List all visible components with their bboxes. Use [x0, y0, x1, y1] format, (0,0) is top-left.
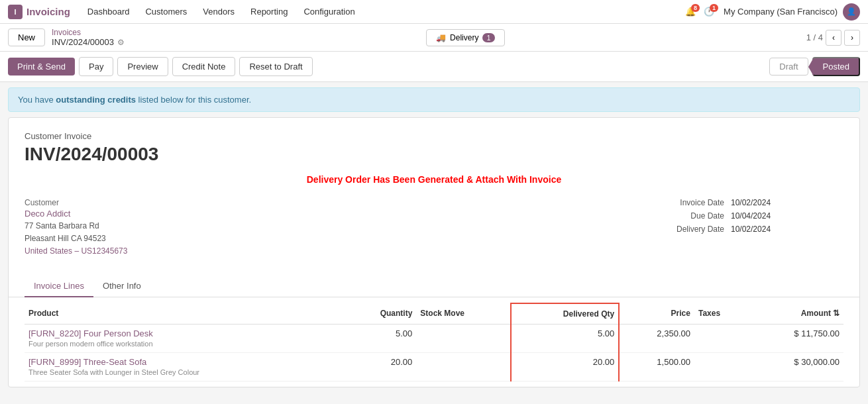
pagination: 1 / 4 ‹ ›	[806, 30, 860, 46]
invoice-date-label: Invoice Date	[658, 198, 724, 207]
invoice-type-label: Customer Invoice	[25, 131, 843, 141]
quantity-cell-2: 20.00	[345, 352, 416, 381]
price-cell-2: 1,500.00	[619, 352, 694, 381]
product-cell-1: [FURN_8220] Four Person Desk Four person…	[25, 324, 345, 352]
delivery-notice: Delivery Order Has Been Generated & Atta…	[25, 174, 843, 185]
notification-count: 8	[691, 4, 700, 12]
credit-note-button[interactable]: Credit Note	[172, 57, 236, 76]
customer-label: Customer	[25, 198, 631, 207]
status-posted-button[interactable]: Posted	[812, 57, 860, 76]
invoice-date-value: 10/02/2024	[731, 198, 771, 207]
delivered-qty-cell-1: 5.00	[511, 324, 619, 352]
price-cell-1: 2,350.00	[619, 324, 694, 352]
taxes-cell-1	[694, 324, 748, 352]
truck-icon: 🚚	[436, 33, 446, 42]
nav-item-customers[interactable]: Customers	[138, 4, 193, 19]
tabs: Invoice Lines Other Info	[9, 276, 859, 297]
brand-icon: I	[8, 5, 23, 19]
invoice-header: Customer Invoice INV/2024/00003 Delivery…	[9, 118, 859, 198]
nav-items: Dashboard Customers Vendors Reporting Co…	[81, 4, 685, 19]
customer-link[interactable]: Deco Addict	[25, 209, 70, 219]
invoice-number: INV/2024/00003	[25, 144, 843, 165]
stock-move-cell-1	[416, 324, 510, 352]
nav-item-configuration[interactable]: Configuration	[297, 4, 361, 19]
due-date-value: 10/04/2024	[731, 211, 771, 221]
table-header-row: Product Quantity Stock Move Delivered Qt…	[25, 303, 843, 325]
th-price: Price	[619, 303, 694, 325]
invoice-ref: INV/2024/00003	[52, 37, 114, 47]
pagination-text: 1 / 4	[806, 32, 823, 42]
product-desc-1: Four person modern office workstation	[28, 340, 153, 348]
pay-button[interactable]: Pay	[79, 57, 113, 76]
th-delivered-qty: Delivered Qty	[511, 303, 619, 325]
nav-item-vendors[interactable]: Vendors	[196, 4, 241, 19]
taxes-cell-2	[694, 352, 748, 381]
quantity-cell-1: 5.00	[345, 324, 416, 352]
nav-item-reporting[interactable]: Reporting	[244, 4, 294, 19]
preview-button[interactable]: Preview	[117, 57, 168, 76]
th-amount: Amount ⇅	[748, 303, 843, 325]
due-date-label: Due Date	[658, 211, 724, 221]
status-area: Draft Posted	[769, 57, 860, 76]
delivered-qty-cell-2: 20.00	[511, 352, 619, 381]
alert-banner: You have outstanding credits listed belo…	[8, 87, 860, 112]
th-stock-move: Stock Move	[416, 303, 510, 325]
action-bar: Print & Send Pay Preview Credit Note Res…	[0, 52, 868, 82]
company-label: My Company (San Francisco)	[724, 7, 838, 17]
delivery-button[interactable]: 🚚 Delivery 1	[426, 29, 504, 46]
delivery-label: Delivery	[450, 33, 478, 42]
sort-icon[interactable]: ⇅	[833, 309, 840, 318]
nav-item-dashboard[interactable]: Dashboard	[81, 4, 136, 19]
customer-address: 77 Santa Barbara Rd Pleasant Hill CA 945…	[25, 220, 631, 258]
table-row: [FURN_8220] Four Person Desk Four person…	[25, 324, 843, 352]
delivery-count: 1	[482, 33, 494, 42]
amount-cell-2: $ 30,000.00	[748, 352, 843, 381]
invoice-table: Product Quantity Stock Move Delivered Qt…	[25, 303, 843, 381]
navbar: I Invoicing Dashboard Customers Vendors …	[0, 0, 868, 24]
country-link[interactable]: United States – US12345673	[25, 246, 127, 256]
main-content: Customer Invoice INV/2024/00003 Delivery…	[8, 117, 860, 387]
table-container: Product Quantity Stock Move Delivered Qt…	[9, 303, 859, 381]
th-taxes: Taxes	[694, 303, 748, 325]
avatar[interactable]: 👤	[843, 3, 860, 21]
amount-cell-1: $ 11,750.00	[748, 324, 843, 352]
due-date-row: Due Date 10/04/2024	[658, 211, 843, 221]
delivery-date-value: 10/02/2024	[731, 225, 771, 234]
navbar-right: 🔔 8 🕐 1 My Company (San Francisco) 👤	[685, 3, 860, 21]
product-link-1[interactable]: [FURN_8220] Four Person Desk	[28, 328, 341, 338]
pagination-next[interactable]: ›	[844, 30, 860, 46]
address-line1: 77 Santa Barbara Rd	[25, 220, 631, 232]
reset-to-draft-button[interactable]: Reset to Draft	[239, 57, 312, 76]
product-link-2[interactable]: [FURN_8999] Three-Seat Sofa	[28, 357, 341, 367]
breadcrumb-parent-link[interactable]: Invoices	[52, 28, 125, 37]
delivery-date-label: Delivery Date	[658, 225, 724, 234]
product-desc-2: Three Seater Sofa with Lounger in Steel …	[28, 368, 199, 376]
alert-text-end: listed below for this customer.	[136, 95, 251, 105]
th-product: Product	[25, 303, 345, 325]
breadcrumb-current: INV/2024/00003 ⚙	[52, 37, 125, 47]
activities-button[interactable]: 🕐 1	[704, 7, 714, 17]
address-line3: United States – US12345673	[25, 245, 631, 258]
tab-other-info[interactable]: Other Info	[93, 276, 150, 297]
brand-label: Invoicing	[27, 6, 70, 17]
invoice-details: Customer Deco Addict 77 Santa Barbara Rd…	[9, 198, 859, 269]
delivery-date-row: Delivery Date 10/02/2024	[658, 225, 843, 234]
dates-section: Invoice Date 10/02/2024 Due Date 10/04/2…	[658, 198, 843, 258]
product-cell-2: [FURN_8999] Three-Seat Sofa Three Seater…	[25, 352, 345, 381]
alert-text-bold: outstanding credits	[56, 95, 136, 105]
brand[interactable]: I Invoicing	[8, 5, 70, 19]
th-quantity: Quantity	[345, 303, 416, 325]
pagination-prev[interactable]: ‹	[826, 30, 841, 46]
subheader-center: 🚚 Delivery 1	[131, 29, 800, 46]
new-button[interactable]: New	[8, 28, 45, 46]
activity-count: 1	[710, 4, 718, 12]
invoice-date-row: Invoice Date 10/02/2024	[658, 198, 843, 207]
breadcrumb: Invoices INV/2024/00003 ⚙	[52, 28, 125, 47]
status-draft-button[interactable]: Draft	[769, 58, 808, 76]
table-row: [FURN_8999] Three-Seat Sofa Three Seater…	[25, 352, 843, 381]
settings-icon[interactable]: ⚙	[117, 38, 125, 47]
tab-invoice-lines[interactable]: Invoice Lines	[25, 276, 93, 297]
notifications-button[interactable]: 🔔 8	[685, 7, 696, 17]
customer-section: Customer Deco Addict 77 Santa Barbara Rd…	[25, 198, 631, 258]
print-send-button[interactable]: Print & Send	[8, 58, 75, 76]
